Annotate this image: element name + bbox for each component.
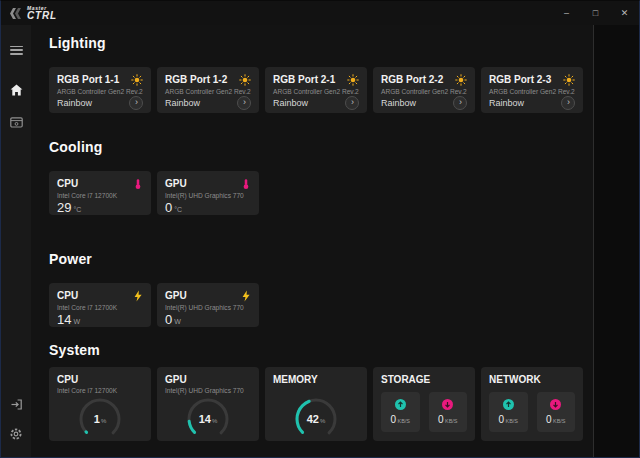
io-value: 0 xyxy=(498,414,504,425)
title-bar: Master CTRL – □ ✕ xyxy=(1,1,639,25)
card-title: RGB Port 1-1 xyxy=(57,74,119,85)
card-title: RGB Port 1-2 xyxy=(165,74,227,85)
power-unit: W xyxy=(73,318,80,325)
home-icon xyxy=(10,84,23,96)
card-subtitle: Intel(R) UHD Graphics 770 xyxy=(165,387,251,395)
chevron-right-button[interactable]: › xyxy=(237,96,251,110)
lighting-mode-label: Rainbow xyxy=(273,98,308,108)
lightbulb-icon xyxy=(131,74,143,86)
arrow-down-circle-icon xyxy=(550,399,561,410)
io-unit: KB/S xyxy=(506,418,519,424)
io-unit: KB/S xyxy=(398,418,411,424)
section-cooling: Cooling CPU Intel Core i7 12700K 29 xyxy=(49,139,593,215)
power-value: 14 xyxy=(57,312,71,327)
power-unit: W xyxy=(174,318,181,325)
section-power: Power CPU Intel Core i7 12700K 14 W xyxy=(49,251,593,327)
card-title: RGB Port 2-2 xyxy=(381,74,443,85)
app-title: Master CTRL xyxy=(27,6,57,21)
sidebar-item-menu[interactable] xyxy=(1,37,31,63)
lightning-bolt-icon xyxy=(241,290,251,302)
card-subtitle: ARGB Controller Gen2 Rev.2 xyxy=(57,88,143,96)
lighting-mode-label: Rainbow xyxy=(57,98,92,108)
temperature-value: 0 xyxy=(165,200,172,215)
card-subtitle: ARGB Controller Gen2 Rev.2 xyxy=(381,88,467,96)
chevron-right-button[interactable]: › xyxy=(345,96,359,110)
temperature-unit: °C xyxy=(174,206,182,213)
lighting-section-title: Lighting xyxy=(49,35,593,51)
io-value: 0 xyxy=(390,414,396,425)
close-button[interactable]: ✕ xyxy=(610,1,639,25)
lighting-card-rgb-port-2-3[interactable]: RGB Port 2-3 ARGB xyxy=(481,67,583,113)
sidebar-item-sign-in[interactable] xyxy=(1,391,31,417)
chevron-right-button[interactable]: › xyxy=(129,96,143,110)
card-title: CPU xyxy=(57,178,78,189)
storage-write-tile: 0 KB/S xyxy=(429,392,468,432)
network-upload-tile: 0 KB/S xyxy=(489,392,528,432)
storage-read-tile: 0 KB/S xyxy=(381,392,420,432)
gauge-value: 14 xyxy=(199,413,211,425)
lighting-mode-label: Rainbow xyxy=(489,98,524,108)
chevron-right-button[interactable]: › xyxy=(561,96,575,110)
system-cards-row: CPU Intel Core i7 12700K 1 % xyxy=(49,367,593,441)
card-subtitle: Intel Core i7 12700K xyxy=(57,387,143,395)
card-subtitle: Intel Core i7 12700K xyxy=(57,304,143,312)
thermometer-icon xyxy=(133,178,143,190)
cpu-usage-gauge: 1 % xyxy=(77,396,123,442)
lighting-card-rgb-port-1-2[interactable]: RGB Port 1-2 ARGB xyxy=(157,67,259,113)
brand-bottom: CTRL xyxy=(27,11,57,21)
device-icon xyxy=(10,117,23,128)
cooling-cards-row: CPU Intel Core i7 12700K 29 °C xyxy=(49,171,593,215)
lighting-mode-label: Rainbow xyxy=(165,98,200,108)
io-value: 0 xyxy=(438,414,444,425)
sidebar-item-home[interactable] xyxy=(1,77,31,103)
memory-usage-gauge: 42 % xyxy=(293,396,339,442)
system-card-network: NETWORK 0 KB/S xyxy=(481,367,583,441)
system-card-gpu: GPU Intel(R) UHD Graphics 770 14 % xyxy=(157,367,259,441)
arrow-up-circle-icon xyxy=(503,399,514,410)
app-window: Master CTRL – □ ✕ xyxy=(0,0,640,458)
system-section-title: System xyxy=(49,342,593,358)
sidebar xyxy=(1,25,31,457)
card-title: RGB Port 2-3 xyxy=(489,74,551,85)
io-unit: KB/S xyxy=(445,418,458,424)
power-card-cpu: CPU Intel Core i7 12700K 14 W xyxy=(49,283,151,327)
lighting-mode-label: Rainbow xyxy=(381,98,416,108)
card-title: CPU xyxy=(57,290,78,301)
card-title: NETWORK xyxy=(489,374,575,385)
scroll-gutter[interactable] xyxy=(593,25,639,457)
system-card-storage: STORAGE 0 KB/S xyxy=(373,367,475,441)
sign-in-icon xyxy=(10,398,23,411)
gauge-unit: % xyxy=(320,418,325,424)
thermometer-icon xyxy=(241,178,251,190)
app-logo: Master CTRL xyxy=(9,6,57,21)
chevron-right-button[interactable]: › xyxy=(453,96,467,110)
sidebar-item-settings[interactable] xyxy=(1,421,31,447)
lighting-card-rgb-port-1-1[interactable]: RGB Port 1-1 ARGB xyxy=(49,67,151,113)
hamburger-menu-icon xyxy=(10,46,23,55)
card-subtitle: Intel(R) UHD Graphics 770 xyxy=(165,192,251,200)
section-lighting: Lighting RGB Port 1-1 xyxy=(49,35,593,113)
card-title: STORAGE xyxy=(381,374,467,385)
gauge-unit: % xyxy=(101,418,106,424)
lighting-card-rgb-port-2-1[interactable]: RGB Port 2-1 ARGB xyxy=(265,67,367,113)
lightbulb-icon xyxy=(347,74,359,86)
cooling-card-gpu: GPU Intel(R) UHD Graphics 770 0 °C xyxy=(157,171,259,215)
lighting-card-rgb-port-2-2[interactable]: RGB Port 2-2 ARGB xyxy=(373,67,475,113)
card-subtitle: Intel(R) UHD Graphics 770 xyxy=(165,304,251,312)
gear-icon xyxy=(9,427,23,441)
gpu-usage-gauge: 14 % xyxy=(185,396,231,442)
card-title: RGB Port 2-1 xyxy=(273,74,335,85)
window-controls: – □ ✕ xyxy=(552,1,639,25)
sidebar-item-devices[interactable] xyxy=(1,109,31,135)
system-card-cpu: CPU Intel Core i7 12700K 1 % xyxy=(49,367,151,441)
coolermaster-logo-icon xyxy=(9,7,22,20)
card-subtitle xyxy=(273,387,359,395)
minimize-button[interactable]: – xyxy=(552,1,581,25)
section-system: System CPU Intel Core i7 12700K 1 xyxy=(49,342,593,441)
lightbulb-icon xyxy=(239,74,251,86)
maximize-button[interactable]: □ xyxy=(581,1,610,25)
temperature-value: 29 xyxy=(57,200,71,215)
gauge-unit: % xyxy=(212,418,217,424)
card-title: GPU xyxy=(165,290,187,301)
card-title: CPU xyxy=(57,374,143,385)
